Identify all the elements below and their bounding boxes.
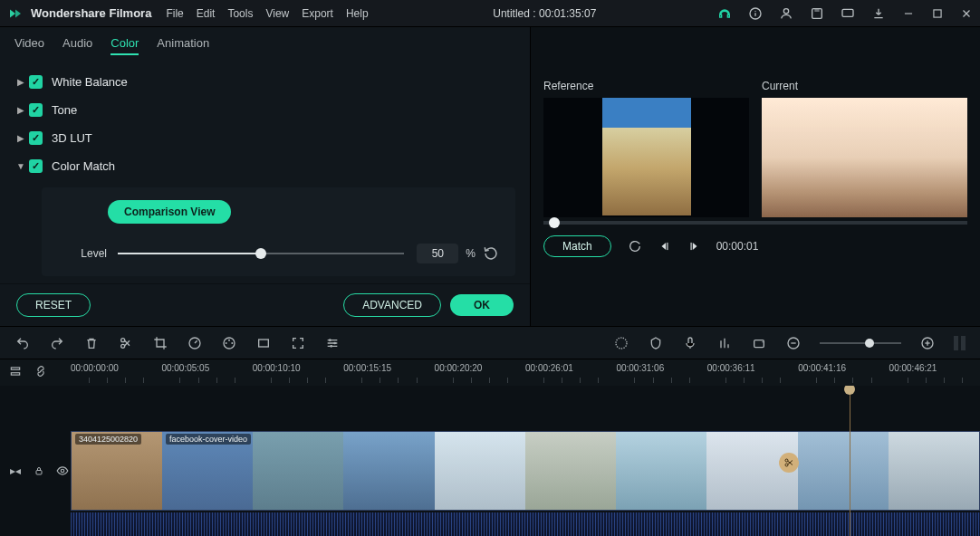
audio-track[interactable] <box>71 512 980 536</box>
checkbox-color-match[interactable]: ✓ <box>29 159 43 173</box>
subtab-animation[interactable]: Animation <box>157 36 209 55</box>
account-icon[interactable] <box>779 6 793 21</box>
svg-marker-13 <box>661 243 666 250</box>
zoom-out-icon[interactable] <box>785 335 802 351</box>
redo-icon[interactable] <box>49 335 65 351</box>
split-icon[interactable] <box>118 335 134 351</box>
zoom-in-icon[interactable] <box>919 335 936 351</box>
undo-icon[interactable] <box>14 335 31 351</box>
svg-point-25 <box>329 339 331 341</box>
clip-1[interactable]: 3404125002820 <box>72 432 162 510</box>
zoom-fit-icon[interactable] <box>954 336 966 350</box>
level-slider[interactable] <box>118 253 404 254</box>
svg-point-18 <box>121 344 125 348</box>
document-title: Untitled : 00:01:35:07 <box>381 7 708 20</box>
checkbox-white-balance[interactable]: ✓ <box>29 75 43 89</box>
svg-point-21 <box>228 339 230 340</box>
playhead[interactable] <box>850 386 850 536</box>
track-manager-icon[interactable] <box>9 365 22 378</box>
preview-panel: Reference Current Match 00:00:01 <box>531 27 980 326</box>
menu-file[interactable]: File <box>166 7 183 20</box>
svg-rect-37 <box>11 368 19 369</box>
audio-mixer-icon[interactable] <box>716 335 733 351</box>
app-name: Wondershare Filmora <box>31 6 151 20</box>
track-toggle-icon[interactable]: ▸◂ <box>9 463 22 479</box>
svg-point-40 <box>61 469 64 473</box>
svg-point-27 <box>330 345 332 348</box>
caret-down-icon[interactable]: ▼ <box>14 161 27 171</box>
menu-tools[interactable]: Tools <box>227 7 253 20</box>
subtab-color[interactable]: Color <box>110 36 139 55</box>
color-icon[interactable] <box>221 335 237 351</box>
delete-icon[interactable] <box>83 335 100 351</box>
eye-icon[interactable] <box>56 463 69 479</box>
info-icon[interactable] <box>748 6 763 21</box>
subtab-video[interactable]: Video <box>14 36 44 55</box>
lock-icon[interactable] <box>33 463 45 479</box>
svg-rect-24 <box>259 340 269 347</box>
close-icon[interactable] <box>960 7 973 20</box>
svg-point-17 <box>121 338 125 341</box>
advanced-button[interactable]: ADVANCED <box>343 293 441 317</box>
message-icon[interactable] <box>841 6 855 21</box>
timeline-ruler[interactable]: 00:00:00:0000:00:05:0500:00:10:1000:00:1… <box>0 359 980 386</box>
speed-icon[interactable] <box>187 335 203 351</box>
reset-level-icon[interactable] <box>483 245 499 262</box>
checkbox-3d-lut[interactable]: ✓ <box>29 131 43 145</box>
ruler-tick: 00:00:10:10 <box>253 363 301 373</box>
next-frame-icon[interactable] <box>687 240 700 253</box>
caret-right-icon[interactable]: ▶ <box>14 105 27 115</box>
subtab-audio[interactable]: Audio <box>62 36 92 55</box>
reset-button[interactable]: RESET <box>16 293 91 317</box>
settings-icon[interactable] <box>324 335 341 351</box>
color-match-panel: Comparison View Level 50 % <box>42 187 515 276</box>
minimize-icon[interactable] <box>902 7 915 20</box>
match-button[interactable]: Match <box>543 235 611 257</box>
ruler-tick: 00:00:26:01 <box>525 363 573 373</box>
svg-rect-7 <box>814 8 819 11</box>
voiceover-icon[interactable] <box>682 335 698 351</box>
zoom-thumb[interactable] <box>865 339 874 348</box>
zoom-slider[interactable] <box>820 342 901 344</box>
marker-icon[interactable] <box>648 335 664 351</box>
svg-point-23 <box>226 342 227 344</box>
svg-rect-8 <box>842 9 853 16</box>
link-icon[interactable] <box>34 365 47 378</box>
timeline-toolbar <box>0 326 980 359</box>
green-screen-icon[interactable] <box>255 335 272 351</box>
render-icon[interactable] <box>613 335 629 351</box>
timeline-body[interactable]: ▸◂ 3404125002820 facebook-cover-video <box>0 386 980 536</box>
expand-icon[interactable] <box>290 335 306 351</box>
video-track[interactable]: 3404125002820 facebook-cover-video <box>71 431 980 511</box>
ok-button[interactable]: OK <box>450 294 514 316</box>
label-3d-lut: 3D LUT <box>52 131 92 145</box>
preview-scrubber[interactable] <box>543 221 967 225</box>
current-preview <box>762 98 967 217</box>
menu-edit[interactable]: Edit <box>197 7 216 20</box>
menu-help[interactable]: Help <box>346 7 369 20</box>
ruler-tick: 00:00:00:00 <box>71 363 119 373</box>
loop-icon[interactable] <box>628 239 642 254</box>
comparison-view-button[interactable]: Comparison View <box>108 200 231 224</box>
clip-1-label: 3404125002820 <box>75 434 141 445</box>
prev-frame-icon[interactable] <box>658 240 671 253</box>
headphones-icon[interactable] <box>717 6 732 21</box>
download-icon[interactable] <box>871 6 886 21</box>
level-value[interactable]: 50 <box>417 244 458 263</box>
slider-thumb[interactable] <box>255 248 266 259</box>
subtabs: Video Audio Color Animation <box>0 27 530 61</box>
caret-right-icon[interactable]: ▶ <box>14 133 27 143</box>
crop-icon[interactable] <box>152 335 168 351</box>
clip-2[interactable]: facebook-cover-video <box>162 432 979 510</box>
color-panel-list: ▶ ✓ White Balance ▶ ✓ Tone ▶ ✓ 3D LUT ▼ … <box>0 61 530 283</box>
snapshot-icon[interactable] <box>751 335 767 351</box>
caret-right-icon[interactable]: ▶ <box>14 77 27 87</box>
menu-view[interactable]: View <box>265 7 289 20</box>
maximize-icon[interactable] <box>931 7 944 20</box>
reference-label: Reference <box>543 80 749 92</box>
save-icon[interactable] <box>810 6 824 21</box>
scrubber-thumb[interactable] <box>549 217 560 228</box>
ruler-tick: 00:00:36:11 <box>707 363 755 373</box>
menu-export[interactable]: Export <box>302 7 333 20</box>
checkbox-tone[interactable]: ✓ <box>29 103 43 117</box>
